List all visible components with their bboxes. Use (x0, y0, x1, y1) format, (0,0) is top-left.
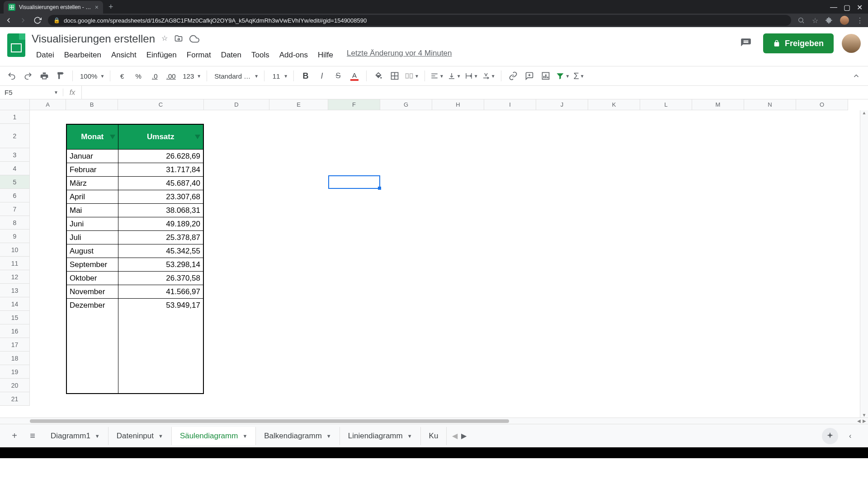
month-cell[interactable]: Februar (67, 163, 118, 176)
month-cell[interactable]: März (67, 177, 118, 190)
month-cell[interactable]: April (67, 190, 118, 203)
bold-button[interactable]: B (299, 70, 312, 82)
sheet-tab-menu-icon[interactable]: ▼ (242, 433, 247, 439)
back-icon[interactable] (5, 16, 13, 24)
row-header-8[interactable]: 8 (0, 216, 30, 230)
sheet-tab-balkendiagramm[interactable]: Balkendiagramm▼ (256, 427, 340, 445)
increase-decimal-button[interactable]: .00 (165, 70, 177, 82)
value-cell[interactable]: 53.298,14 (118, 258, 203, 271)
selected-cell[interactable] (328, 175, 380, 189)
profile-avatar-icon[interactable] (840, 16, 849, 25)
star-doc-icon[interactable]: ☆ (161, 34, 168, 44)
menu-daten[interactable]: Daten (217, 49, 246, 61)
row-header-15[interactable]: 15 (0, 311, 30, 324)
side-panel-toggle-icon[interactable]: ‹ (849, 432, 862, 440)
close-window-icon[interactable]: ✕ (857, 3, 863, 12)
comments-button[interactable] (737, 34, 755, 52)
insert-comment-button[interactable] (523, 70, 536, 82)
row-header-3[interactable]: 3 (0, 148, 30, 162)
insert-chart-button[interactable] (539, 70, 552, 82)
font-size-dropdown[interactable]: 11▼ (270, 72, 288, 80)
menu-hilfe[interactable]: Hilfe (313, 49, 338, 61)
month-cell[interactable]: Juli (67, 231, 118, 244)
functions-dropdown[interactable]: Σ▼ (573, 71, 584, 81)
row-header-2[interactable]: 2 (0, 124, 30, 148)
decrease-decimal-button[interactable]: .0 (148, 70, 161, 82)
fill-color-button[interactable] (372, 70, 385, 82)
row-header-16[interactable]: 16 (0, 324, 30, 338)
sheet-tab-menu-icon[interactable]: ▼ (95, 433, 100, 439)
empty-cell[interactable] (118, 352, 203, 366)
menu-format[interactable]: Format (182, 49, 216, 61)
collapse-toolbar-icon[interactable] (850, 70, 863, 82)
minimize-icon[interactable]: — (830, 3, 837, 12)
col-header-M[interactable]: M (692, 99, 744, 110)
zoom-icon[interactable] (797, 17, 805, 24)
empty-cell[interactable] (118, 312, 203, 325)
sheet-tab-liniendiagramm[interactable]: Liniendiagramm▼ (340, 427, 421, 445)
print-icon[interactable] (38, 70, 51, 82)
row-header-4[interactable]: 4 (0, 162, 30, 175)
font-dropdown[interactable]: Standard (…▼ (212, 72, 259, 80)
sheet-tab-menu-icon[interactable]: ▼ (407, 433, 412, 439)
all-sheets-button[interactable]: ≡ (24, 428, 41, 444)
col-header-N[interactable]: N (744, 99, 796, 110)
sheet-tab-menu-icon[interactable]: ▼ (158, 433, 163, 439)
empty-cell[interactable] (67, 366, 118, 380)
redo-icon[interactable] (22, 70, 34, 82)
month-cell[interactable]: Januar (67, 150, 118, 163)
month-cell[interactable]: September (67, 258, 118, 271)
table-header-monat[interactable]: Monat (67, 125, 118, 149)
col-header-I[interactable]: I (484, 99, 536, 110)
reload-icon[interactable] (33, 16, 42, 24)
more-formats-dropdown[interactable]: 123▼ (181, 72, 201, 80)
name-box[interactable]: F5▼ (0, 89, 63, 96)
italic-button[interactable]: I (316, 70, 328, 82)
row-header-6[interactable]: 6 (0, 189, 30, 202)
table-header-umsatz[interactable]: Umsatz (118, 125, 203, 149)
document-title[interactable]: Visualisierungen erstellen (32, 33, 155, 45)
sheet-tab-dateninput[interactable]: Dateninput▼ (108, 427, 172, 445)
empty-cell[interactable] (118, 366, 203, 380)
value-cell[interactable]: 53.949,17 (118, 299, 203, 312)
month-cell[interactable]: Oktober (67, 272, 118, 285)
filter-icon[interactable] (195, 135, 200, 139)
value-cell[interactable]: 45.342,55 (118, 244, 203, 258)
move-doc-icon[interactable] (174, 34, 183, 44)
col-header-O[interactable]: O (796, 99, 848, 110)
month-cell[interactable]: Dezember (67, 299, 118, 312)
filter-dropdown[interactable]: ▼ (556, 71, 570, 80)
value-cell[interactable]: 26.628,69 (118, 150, 203, 163)
merge-cells-dropdown[interactable]: ▼ (405, 71, 419, 80)
value-cell[interactable]: 49.189,20 (118, 217, 203, 230)
empty-cell[interactable] (67, 312, 118, 325)
text-wrap-dropdown[interactable]: ▼ (465, 72, 478, 80)
sheet-nav-right-icon[interactable]: ▶ (461, 432, 467, 440)
scroll-left-icon[interactable]: ◀ (857, 418, 861, 423)
empty-cell[interactable] (67, 380, 118, 393)
maximize-icon[interactable]: ▢ (844, 3, 850, 12)
row-header-11[interactable]: 11 (0, 257, 30, 270)
menu-add-ons[interactable]: Add-ons (275, 49, 312, 61)
row-header-12[interactable]: 12 (0, 270, 30, 284)
value-cell[interactable]: 31.717,84 (118, 163, 203, 176)
v-scrollbar[interactable]: ▲ ▼ (860, 110, 868, 418)
row-header-20[interactable]: 20 (0, 379, 30, 392)
h-scrollbar[interactable]: ◀ ▶ (0, 418, 868, 424)
empty-cell[interactable] (67, 339, 118, 352)
col-header-K[interactable]: K (588, 99, 640, 110)
menu-ansicht[interactable]: Ansicht (107, 49, 141, 61)
cloud-status-icon[interactable] (189, 34, 199, 44)
formula-input[interactable] (81, 86, 868, 99)
sheet-tab-ku[interactable]: Ku (421, 427, 447, 445)
extensions-icon[interactable] (826, 17, 833, 24)
tab-close-icon[interactable]: × (95, 4, 99, 11)
strikethrough-button[interactable]: S (332, 70, 344, 82)
row-header-14[interactable]: 14 (0, 297, 30, 311)
empty-cell[interactable] (67, 352, 118, 366)
row-header-10[interactable]: 10 (0, 243, 30, 257)
sheet-tab-diagramm1[interactable]: Diagramm1▼ (42, 427, 108, 445)
menu-bearbeiten[interactable]: Bearbeiten (60, 49, 106, 61)
col-header-J[interactable]: J (536, 99, 588, 110)
value-cell[interactable]: 25.378,87 (118, 231, 203, 244)
